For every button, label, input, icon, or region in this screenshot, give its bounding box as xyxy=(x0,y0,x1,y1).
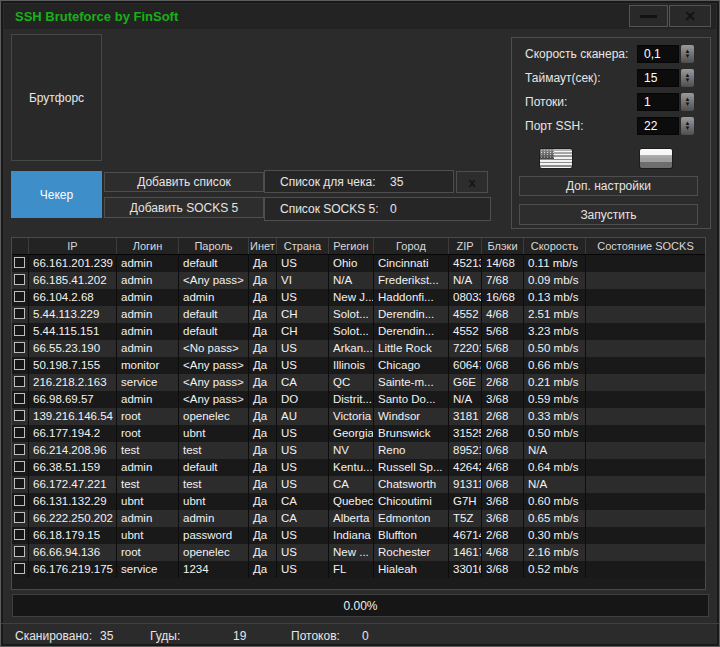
row-checkbox[interactable] xyxy=(14,495,25,506)
table-cell: 72201 xyxy=(449,340,482,357)
table-row[interactable]: 66.222.250.202adminadminДаCAAlbertaEdmon… xyxy=(12,510,705,527)
table-cell xyxy=(586,442,705,459)
goods-value: 19 xyxy=(233,629,246,643)
clear-list-button[interactable]: x xyxy=(456,171,488,193)
table-cell: admin xyxy=(179,289,249,306)
table-cell: US xyxy=(277,255,329,272)
column-header[interactable]: Страна xyxy=(277,238,329,254)
ru-flag-icon xyxy=(640,149,672,168)
advanced-settings-button[interactable]: Доп. настройки xyxy=(519,176,698,196)
row-checkbox[interactable] xyxy=(14,393,25,404)
table-row[interactable]: 66.104.2.68adminadminДаUSNew J...Haddonf… xyxy=(12,289,705,306)
table-row[interactable]: 66.131.132.29ubntubntДаCAQuebecChicoutim… xyxy=(12,493,705,510)
table-cell: Bluffton xyxy=(374,527,449,544)
table-row[interactable]: 66.66.94.136rootopenelecДаUSNew ...Roche… xyxy=(12,544,705,561)
table-cell: 0.33 mb/s xyxy=(524,408,586,425)
start-button[interactable]: Запустить xyxy=(519,204,698,225)
table-row[interactable]: 216.218.2.163service<Any pass>ДаCAQCSain… xyxy=(12,374,705,391)
row-checkbox[interactable] xyxy=(14,546,25,557)
table-cell: 4552 xyxy=(449,323,482,340)
tab-checker[interactable]: Чекер xyxy=(11,171,102,218)
table-row[interactable]: 66.98.69.57admin<Any pass>ДаDODistrit...… xyxy=(12,391,705,408)
table-cell: Indiana xyxy=(329,527,374,544)
minimize-button[interactable] xyxy=(629,5,668,27)
row-checkbox[interactable] xyxy=(14,461,25,472)
row-checkbox-cell xyxy=(12,442,29,459)
row-checkbox[interactable] xyxy=(14,291,25,302)
row-checkbox[interactable] xyxy=(14,257,25,268)
socks-list-label: Список SOCKS 5: xyxy=(280,202,379,216)
column-header[interactable]: Регион xyxy=(329,238,374,254)
row-checkbox[interactable] xyxy=(14,427,25,438)
ru-flag-button[interactable] xyxy=(639,148,673,169)
column-header[interactable]: Состояние SOCKS xyxy=(586,238,705,254)
spinner-down-icon[interactable]: ▼ xyxy=(685,102,691,107)
row-checkbox[interactable] xyxy=(14,342,25,353)
row-checkbox[interactable] xyxy=(14,410,25,421)
table-cell: Derendin... xyxy=(374,323,449,340)
row-checkbox[interactable] xyxy=(14,563,25,574)
spinner-down-icon[interactable]: ▼ xyxy=(685,126,691,131)
threads-count-value: 0 xyxy=(362,629,369,643)
table-row[interactable]: 5.44.115.151admindefaultДаCHSolot...Dere… xyxy=(12,323,705,340)
table-row[interactable]: 66.38.51.159admindefaultДаUSKentu...Russ… xyxy=(12,459,705,476)
scanner-speed-input[interactable]: 0,1 xyxy=(637,45,679,63)
row-checkbox[interactable] xyxy=(14,478,25,489)
table-row[interactable]: 139.216.146.54rootopenelecДаAUVictoriaWi… xyxy=(12,408,705,425)
table-cell: US xyxy=(277,527,329,544)
column-header[interactable]: Город xyxy=(374,238,449,254)
timeout-input[interactable]: 15 xyxy=(637,69,679,87)
column-header[interactable]: Инет xyxy=(249,238,277,254)
table-cell: admin xyxy=(117,510,179,527)
spinner-down-icon[interactable]: ▼ xyxy=(685,78,691,83)
row-checkbox[interactable] xyxy=(14,325,25,336)
row-checkbox[interactable] xyxy=(14,512,25,523)
row-checkbox[interactable] xyxy=(14,376,25,387)
tab-bruteforce[interactable]: Брутфорс xyxy=(11,34,102,161)
table-cell: 08033 xyxy=(449,289,482,306)
row-checkbox-cell xyxy=(12,408,29,425)
column-header[interactable]: Логин xyxy=(117,238,179,254)
table-row[interactable]: 66.176.219.175service1234ДаUSFLHialeah33… xyxy=(12,561,705,578)
row-checkbox[interactable] xyxy=(14,308,25,319)
table-row[interactable]: 5.44.113.229admindefaultДаCHSolot...Dere… xyxy=(12,306,705,323)
threads-count-label: Потоков: xyxy=(291,629,340,643)
ssh-port-input[interactable]: 22 xyxy=(637,117,679,135)
threads-input[interactable]: 1 xyxy=(637,93,679,111)
table-row[interactable]: 66.172.47.221testtestДаUSCAChatsworth913… xyxy=(12,476,705,493)
table-row[interactable]: 66.18.179.15ubntpasswordДаUSIndianaBluff… xyxy=(12,527,705,544)
row-checkbox[interactable] xyxy=(14,359,25,370)
title-bar[interactable]: SSH Bruteforce by FinSoft xyxy=(4,4,716,29)
clear-icon: x xyxy=(468,175,475,190)
table-cell: US xyxy=(277,544,329,561)
table-row[interactable]: 66.177.194.2rootubntДаUSGeorgiaBrunswick… xyxy=(12,425,705,442)
table-row[interactable]: 66.55.23.190admin<No pass>ДаUSArkan...Li… xyxy=(12,340,705,357)
column-header[interactable]: IP xyxy=(29,238,117,254)
row-checkbox[interactable] xyxy=(14,444,25,455)
row-checkbox-cell xyxy=(12,391,29,408)
row-checkbox[interactable] xyxy=(14,529,25,540)
column-header[interactable]: Блэки xyxy=(482,238,524,254)
header-corner-cell xyxy=(12,238,29,254)
close-button[interactable]: ✕ xyxy=(669,5,711,27)
table-cell: US xyxy=(277,289,329,306)
table-row[interactable]: 50.198.7.155monitor<Any pass>ДаUSIllinoi… xyxy=(12,357,705,374)
column-header[interactable]: ZIP xyxy=(449,238,482,254)
add-socks5-button[interactable]: Добавить SOCKS 5 xyxy=(104,197,264,218)
column-header[interactable]: Пароль xyxy=(179,238,249,254)
row-checkbox-cell xyxy=(12,306,29,323)
table-row[interactable]: 66.161.201.239admindefaultДаUSOhioCincin… xyxy=(12,255,705,272)
scanned-value: 35 xyxy=(100,629,113,643)
table-cell: 46714 xyxy=(449,527,482,544)
scanned-label: Сканировано: xyxy=(15,629,92,643)
us-flag-button[interactable] xyxy=(539,148,573,169)
spinner-down-icon[interactable]: ▼ xyxy=(685,54,691,59)
row-checkbox[interactable] xyxy=(14,274,25,285)
table-cell: admin xyxy=(117,340,179,357)
table-row[interactable]: 66.185.41.202admin<Any pass>ДаVIN/AFrede… xyxy=(12,272,705,289)
table-cell: 31525 xyxy=(449,425,482,442)
table-row[interactable]: 66.214.208.96testtestДаUSNVReno895210/68… xyxy=(12,442,705,459)
table-cell: Hialeah xyxy=(374,561,449,578)
add-list-button[interactable]: Добавить список xyxy=(104,172,264,192)
column-header[interactable]: Скорость xyxy=(524,238,586,254)
